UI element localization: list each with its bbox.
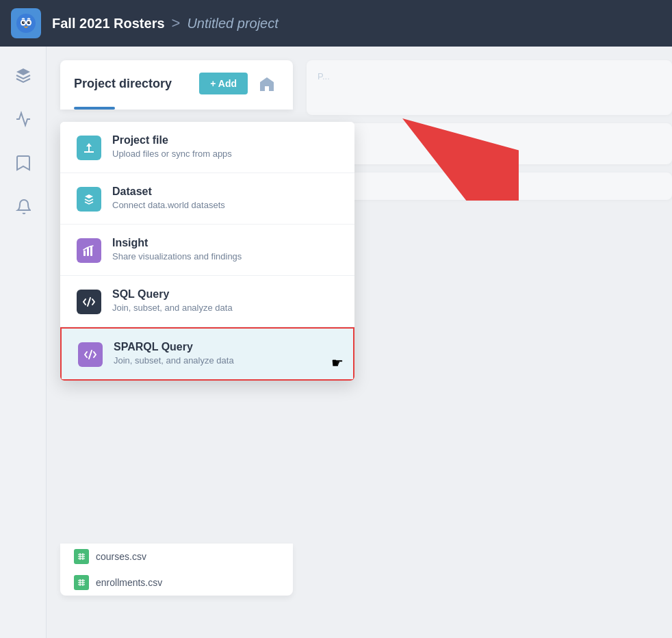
upload-icon [77,136,101,160]
dataset-text: Dataset Connect data.world datasets [112,186,338,210]
main-content: P... N... C... Project directory + Add [47,47,672,638]
sparql-icon [78,342,103,367]
svg-point-0 [16,14,36,33]
svg-rect-8 [87,248,89,256]
breadcrumb-current[interactable]: Untitled project [187,16,278,31]
sidebar-item-layers[interactable] [11,63,36,88]
svg-rect-7 [83,251,86,256]
dropdown-item-sparql-query[interactable]: SPARQL Query Join, subset, and analyze d… [60,327,354,381]
dataset-icon [77,187,101,212]
file-name-enrollments: enrollments.csv [96,577,162,588]
csv-icon [74,549,89,564]
insight-desc: Share visualizations and findings [112,251,338,261]
file-list-panel: courses.csv enrollments.csv [60,544,293,596]
insight-icon [77,238,101,263]
sparql-query-title: SPARQL Query [114,341,337,353]
svg-rect-9 [90,246,92,256]
dataset-title: Dataset [112,186,338,198]
sql-query-desc: Join, subset, and analyze data [112,303,338,313]
sidebar-item-notifications[interactable] [11,194,36,219]
breadcrumb-parent[interactable]: Fall 2021 Rosters [52,16,165,31]
svg-point-6 [29,22,29,23]
left-sidebar [0,47,47,638]
file-item-courses[interactable]: courses.csv [60,544,293,570]
insight-title: Insight [112,237,338,249]
cursor-pointer-icon: ☛ [331,355,344,371]
app-logo[interactable] [11,8,41,38]
project-file-desc: Upload files or sync from apps [112,149,338,159]
home-button[interactable] [255,71,279,96]
header-actions: + Add [199,71,279,96]
dropdown-item-sql-query[interactable]: SQL Query Join, subset, and analyze data [60,276,354,327]
sidebar-item-bookmark[interactable] [11,151,36,175]
breadcrumb-separator: > [172,14,181,32]
svg-point-3 [22,21,25,24]
add-dropdown-menu: Project file Upload files or sync from a… [60,122,354,381]
breadcrumb: Fall 2021 Rosters > Untitled project [52,14,279,32]
project-directory-panel: Project directory + Add [60,60,293,110]
sidebar-item-chart[interactable] [11,107,36,131]
file-name-courses: courses.csv [96,551,146,562]
project-file-text: Project file Upload files or sync from a… [112,134,338,159]
project-file-title: Project file [112,134,338,146]
project-directory-title: Project directory [74,77,172,91]
project-dir-header: Project directory + Add [60,60,293,107]
svg-point-5 [23,22,24,23]
svg-point-4 [27,21,30,24]
sql-query-text: SQL Query Join, subset, and analyze data [112,288,338,313]
dropdown-item-insight[interactable]: Insight Share visualizations and finding… [60,225,354,276]
file-item-enrollments[interactable]: enrollments.csv [60,570,293,596]
dropdown-item-dataset[interactable]: Dataset Connect data.world datasets [60,173,354,225]
csv-icon-2 [74,575,89,590]
add-button[interactable]: + Add [199,73,248,94]
sparql-query-text: SPARQL Query Join, subset, and analyze d… [114,341,337,366]
red-arrow-annotation [382,118,519,201]
insight-text: Insight Share visualizations and finding… [112,237,338,261]
sql-query-title: SQL Query [112,288,338,301]
sql-icon [77,290,101,314]
dataset-desc: Connect data.world datasets [112,200,338,210]
top-navigation-bar: Fall 2021 Rosters > Untitled project [0,0,672,47]
active-tab-indicator [74,107,115,110]
dropdown-item-project-file[interactable]: Project file Upload files or sync from a… [60,122,354,173]
sparql-query-desc: Join, subset, and analyze data [114,355,337,366]
